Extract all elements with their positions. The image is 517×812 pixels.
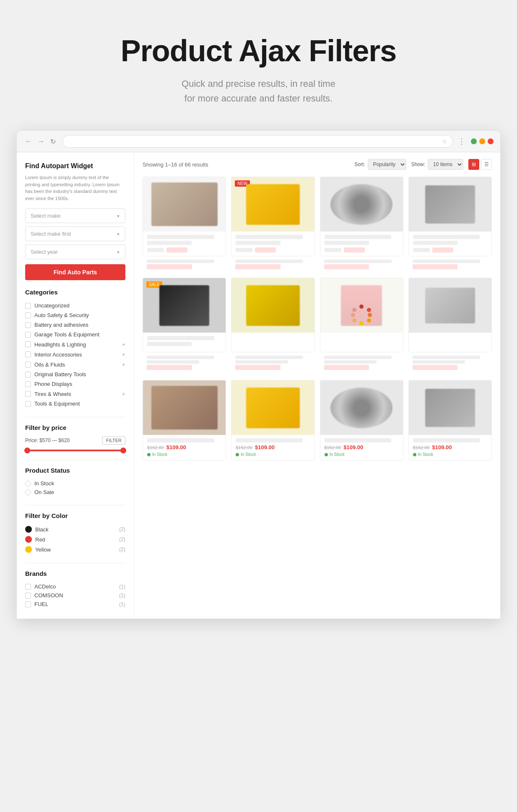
sort-select[interactable]: Popularity <box>368 159 406 170</box>
browser-menu-icon[interactable]: ⋮ <box>458 137 466 146</box>
category-name: Interior Accessories <box>34 351 82 358</box>
color-filter-item[interactable]: Black (2) <box>25 524 125 534</box>
product-card[interactable]: $162.00 $109.00 In Stock <box>231 380 314 461</box>
brand-name: COMSOON <box>34 592 63 599</box>
browser-url-bar[interactable]: ☆ <box>62 135 453 148</box>
category-name: Oils & Fluids <box>34 362 65 368</box>
brand-count: (1) <box>119 593 125 599</box>
expand-icon[interactable]: + <box>122 341 125 348</box>
category-checkbox[interactable] <box>25 303 31 309</box>
find-auto-parts-button[interactable]: Find Auto Parts <box>25 264 125 280</box>
product-name <box>325 438 392 442</box>
product-card[interactable]: $162.00 $109.00 In Stock <box>408 380 492 461</box>
expand-icon[interactable]: + <box>122 361 125 368</box>
grid-view-button[interactable]: ⊞ <box>468 159 479 170</box>
category-item[interactable]: Battery and adhesives <box>25 320 125 330</box>
bottom-products-section: $162.00 $109.00 In Stock <box>143 380 492 461</box>
category-name: Garage Tools & Equipment <box>34 331 99 338</box>
products-grid: NEW <box>143 177 492 256</box>
category-item[interactable]: Oils & Fluids + <box>25 359 125 370</box>
in-stock-option[interactable]: In Stock <box>25 479 125 488</box>
product-status-title: Product Status <box>25 467 125 474</box>
product-card[interactable]: $162.00 $109.00 In Stock <box>320 380 403 461</box>
product-card[interactable]: SALE <box>143 278 226 352</box>
list-view-button[interactable]: ☰ <box>481 159 492 170</box>
browser-dot-green <box>471 138 477 144</box>
product-name-short <box>413 241 457 245</box>
select-make-dropdown[interactable]: Select make <box>25 208 125 223</box>
browser-refresh-button[interactable]: ↻ <box>49 137 57 146</box>
category-left: Oils & Fluids <box>25 362 65 368</box>
on-sale-option[interactable]: On Sale <box>25 488 125 497</box>
category-checkbox[interactable] <box>25 401 31 407</box>
category-item[interactable]: Tires & Wheels + <box>25 389 125 399</box>
brand-checkbox[interactable] <box>25 593 31 599</box>
category-name: Phone Displays <box>34 381 72 387</box>
browser-dot-orange <box>479 138 485 144</box>
brand-item[interactable]: FUEL (1) <box>25 600 125 609</box>
brand-left: COMSOON <box>25 592 63 599</box>
product-name <box>413 438 480 442</box>
brand-checkbox[interactable] <box>25 601 31 607</box>
product-card[interactable]: $162.00 $109.00 In Stock <box>143 380 226 461</box>
expand-icon[interactable]: + <box>122 390 125 397</box>
category-item[interactable]: Uncategorized <box>25 301 125 310</box>
in-stock-icon <box>236 453 239 456</box>
browser-star-icon[interactable]: ☆ <box>442 138 447 145</box>
price-info-row <box>143 258 492 271</box>
category-name: Auto Safety & Security <box>34 312 89 318</box>
product-card[interactable] <box>231 278 314 352</box>
category-item[interactable]: Phone Displays <box>25 379 125 389</box>
in-stock-text: In Stock <box>330 452 345 457</box>
product-info: $162.00 $109.00 In Stock <box>320 435 403 460</box>
browser-forward-button[interactable]: → <box>36 137 46 146</box>
category-checkbox[interactable] <box>25 351 31 357</box>
category-name: Battery and adhesives <box>34 322 88 328</box>
expand-icon[interactable]: + <box>122 351 125 358</box>
category-item[interactable]: Tools & Equipment <box>25 399 125 409</box>
select-make-first-dropdown[interactable]: Select make first <box>25 226 125 241</box>
category-checkbox[interactable] <box>25 322 31 328</box>
category-item[interactable]: Headlights & Lighting + <box>25 339 125 349</box>
select-year-dropdown[interactable]: Select year <box>25 245 125 259</box>
product-card[interactable] <box>408 278 492 352</box>
category-item[interactable]: Auto Safety & Security <box>25 310 125 320</box>
category-item[interactable]: Garage Tools & Equipment <box>25 330 125 339</box>
color-filter-item[interactable]: Yellow (2) <box>25 544 125 554</box>
spinner-dot <box>359 304 364 309</box>
product-card[interactable] <box>143 177 226 256</box>
category-checkbox[interactable] <box>25 341 31 347</box>
filter-apply-button[interactable]: FILTER <box>102 436 125 445</box>
category-checkbox[interactable] <box>25 381 31 387</box>
product-card[interactable] <box>320 278 403 352</box>
category-checkbox[interactable] <box>25 372 31 377</box>
category-left: Auto Safety & Security <box>25 312 89 318</box>
category-checkbox[interactable] <box>25 332 31 338</box>
view-toggle-buttons: ⊞ ☰ <box>468 159 492 170</box>
browser-back-button[interactable]: ← <box>23 137 34 146</box>
show-select[interactable]: 10 Items <box>428 159 463 170</box>
category-checkbox[interactable] <box>25 391 31 397</box>
brand-checkbox[interactable] <box>25 584 31 590</box>
price-info-cell <box>408 258 492 271</box>
product-image <box>231 380 314 435</box>
in-stock-text: In Stock <box>152 452 167 457</box>
category-checkbox[interactable] <box>25 362 31 367</box>
brand-item[interactable]: COMSOON (1) <box>25 591 125 600</box>
category-item[interactable]: Original Battery Tools <box>25 370 125 379</box>
in-stock-icon <box>325 453 328 456</box>
product-status-section: Product Status In Stock On Sale <box>25 460 125 497</box>
price-slider-track[interactable] <box>25 450 125 451</box>
product-card[interactable]: NEW <box>231 177 314 256</box>
price-slider-thumb-right[interactable] <box>120 448 126 453</box>
filter-price-title: Filter by price <box>25 424 125 431</box>
brand-item[interactable]: ACDelco (1) <box>25 582 125 591</box>
category-name: Headlights & Lighting <box>34 341 86 348</box>
product-card[interactable] <box>320 177 403 256</box>
color-filter-item[interactable]: Red (2) <box>25 534 125 544</box>
category-checkbox[interactable] <box>25 312 31 318</box>
color-name: Yellow <box>35 547 51 553</box>
category-item[interactable]: Interior Accessories + <box>25 349 125 359</box>
product-card[interactable] <box>408 177 492 256</box>
price-slider-thumb-left[interactable] <box>24 448 30 453</box>
